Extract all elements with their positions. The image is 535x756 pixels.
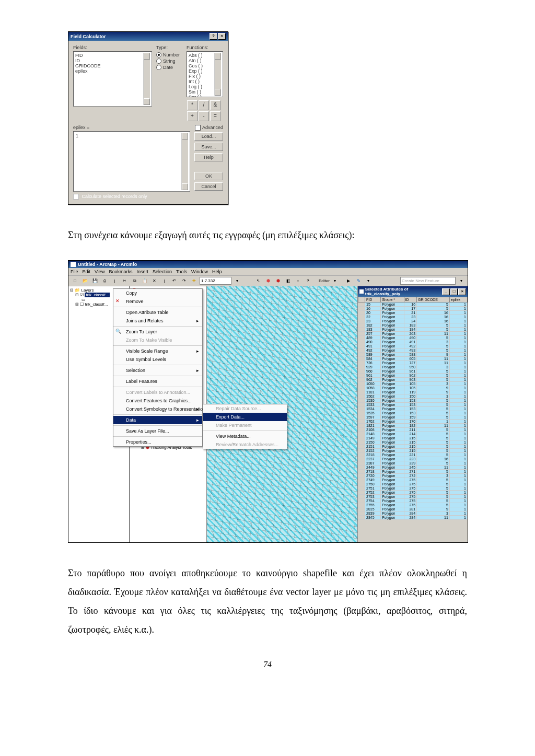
ok-button[interactable]: OK (194, 172, 223, 180)
menu-item[interactable]: Window (191, 269, 208, 274)
menu-item[interactable]: 🔍Zoom To Layer (113, 328, 202, 336)
menu-item[interactable]: Save As Layer File... (113, 427, 202, 435)
functions-listbox[interactable]: Abs ( )Atn ( )Cos ( )Exp ( )Fix ( )Int (… (187, 51, 223, 97)
menu-item[interactable]: Help (212, 269, 222, 274)
function-item[interactable]: Atn ( ) (189, 58, 214, 63)
table-row[interactable]: 2237Polygon223161 (358, 457, 468, 461)
field-item[interactable]: epilex (75, 68, 143, 74)
table-row[interactable]: 1181Polygon11991 (358, 390, 468, 394)
table-row[interactable]: 962Polygon96351 (358, 378, 468, 382)
menu-item[interactable]: Insert (136, 269, 148, 274)
table-row[interactable]: 2845Polygon284111 (358, 516, 468, 520)
table-row[interactable]: 15Polygon1651 (358, 303, 468, 307)
advanced-checkbox[interactable] (195, 125, 201, 131)
function-item[interactable]: Int ( ) (189, 79, 214, 84)
fields-listbox[interactable]: FIDIDGRIDCODEepilex (73, 51, 152, 107)
operator-button[interactable]: / (199, 100, 209, 110)
scale-input[interactable] (200, 277, 231, 285)
table-row[interactable]: 2752Polygon27551 (358, 491, 468, 495)
menu-item[interactable]: Convert Symbology to Representation...▸ (113, 405, 202, 413)
load-button[interactable]: Load... (194, 132, 223, 141)
create-feature-input[interactable] (400, 277, 456, 285)
menu-item[interactable]: ✕Remove (113, 297, 202, 306)
table-row[interactable]: 1058Polygon10591 (358, 386, 468, 390)
toolbar[interactable]: □ 📂 💾 ⎙ | ✂ ⧉ 📋 ✕ | ↶ ↷ ✚ ▾ ↖ ⬢ ⬢ ◧ ▫ ? … (68, 276, 468, 286)
type-radio[interactable]: String (156, 59, 182, 64)
table-row[interactable]: 2449Polygon245111 (358, 466, 468, 470)
column-header[interactable] (358, 297, 365, 303)
print-icon[interactable]: ⎙ (100, 276, 109, 285)
delete-icon[interactable]: ✕ (150, 276, 159, 285)
sketch-icon[interactable]: ✎ (354, 276, 363, 285)
pointer-icon[interactable]: ↖ (254, 276, 263, 285)
cut-icon[interactable]: ✂ (120, 276, 129, 285)
table-row[interactable]: 1502Polygon15031 (358, 394, 468, 399)
table-row[interactable]: 20Polygon21161 (358, 311, 468, 315)
table-row[interactable]: 960Polygon96151 (358, 369, 468, 374)
cancel-button[interactable]: Cancel (194, 182, 223, 191)
menu-item[interactable]: Use Symbol Levels (113, 355, 202, 364)
table-row[interactable]: 1050Polygon10531 (358, 382, 468, 386)
close-icon[interactable]: × (458, 288, 466, 295)
add-data-icon[interactable]: ✚ (190, 276, 199, 285)
minimize-icon[interactable]: _ (442, 288, 450, 295)
table-row[interactable]: 1530Polygon15351 (358, 399, 468, 403)
table-row[interactable]: 929Polygon95031 (358, 365, 468, 369)
help-button[interactable]: Help (194, 153, 223, 161)
table-row[interactable]: 2108Polygon21151 (358, 428, 468, 432)
menu-item[interactable]: View (95, 269, 104, 274)
table-row[interactable]: 2753Polygon27551 (358, 495, 468, 499)
table-row[interactable]: 489Polygon49051 (358, 336, 468, 340)
table-row[interactable]: 2150Polygon21551 (358, 440, 468, 445)
function-item[interactable]: Fix ( ) (189, 74, 214, 79)
layer-context-menu[interactable]: Copy✕RemoveOpen Attribute TableJoins and… (113, 288, 203, 447)
menu-item[interactable]: Open Attribute Table (113, 308, 202, 317)
catalog-icon[interactable]: ⬢ (264, 276, 273, 285)
window-icon[interactable]: ◧ (284, 276, 293, 285)
edit-pointer-icon[interactable]: ▶ (344, 276, 353, 285)
menu-item[interactable]: View Metadata... (203, 432, 287, 440)
table-row[interactable]: 2815Polygon28191 (358, 507, 468, 511)
table-row[interactable]: 1535Polygon15351 (358, 411, 468, 415)
menu-item[interactable]: Data▸ (113, 416, 202, 424)
operator-button[interactable]: * (187, 100, 197, 110)
menu-bar[interactable]: FileEditViewBookmarksInsertSelectionTool… (68, 268, 468, 276)
field-item[interactable]: ID (75, 58, 143, 63)
type-radio[interactable]: Date (156, 65, 182, 70)
function-item[interactable]: Log ( ) (189, 84, 214, 89)
table-row[interactable]: 2218Polygon22151 (358, 453, 468, 457)
menu-item[interactable]: Convert Features to Graphics... (113, 397, 202, 405)
function-item[interactable]: Sin ( ) (189, 89, 214, 95)
column-header[interactable]: GRIDCODE (417, 297, 450, 303)
table-row[interactable]: 1597Polygon15951 (358, 415, 468, 420)
column-header[interactable]: Shape * (381, 297, 404, 303)
table-row[interactable]: 182Polygon18351 (358, 323, 468, 328)
type-radio[interactable]: Number (156, 52, 182, 57)
field-item[interactable]: FID (75, 53, 143, 58)
redo-icon[interactable]: ↷ (180, 276, 189, 285)
table-row[interactable]: 2149Polygon21551 (358, 436, 468, 440)
open-icon[interactable]: 📂 (80, 276, 89, 285)
menu-item[interactable]: Selection (153, 269, 172, 274)
table-row[interactable]: 2151Polygon21551 (358, 445, 468, 449)
table-row[interactable]: 183Polygon18451 (358, 328, 468, 332)
toolbox-icon[interactable]: ⬢ (274, 276, 283, 285)
new-icon[interactable]: □ (71, 276, 79, 285)
menu-item[interactable]: Bookmarks (109, 269, 132, 274)
table-row[interactable]: 16Polygon1751 (358, 307, 468, 311)
undo-icon[interactable]: ↶ (170, 276, 179, 285)
save-icon[interactable]: 💾 (90, 276, 99, 285)
table-row[interactable]: 1533Polygon15351 (358, 403, 468, 407)
copy-icon[interactable]: ⧉ (130, 276, 139, 285)
help-icon[interactable]: ? (304, 276, 312, 285)
function-item[interactable]: Sqr ( ) (189, 95, 214, 97)
menu-item[interactable]: Visible Scale Range▸ (113, 347, 202, 355)
table-row[interactable]: 23Polygon24161 (358, 319, 468, 323)
table-row[interactable]: 589Polygon58891 (358, 353, 468, 357)
save-button[interactable]: Save... (194, 143, 223, 151)
table-row[interactable]: 2718Polygon27151 (358, 470, 468, 474)
column-header[interactable]: FID (365, 297, 381, 303)
table-row[interactable]: 2839Polygon28431 (358, 511, 468, 516)
table-row[interactable]: 584Polygon605111 (358, 357, 468, 361)
attribute-table[interactable]: Selected Attributes of trik_classify_pol… (357, 286, 468, 542)
